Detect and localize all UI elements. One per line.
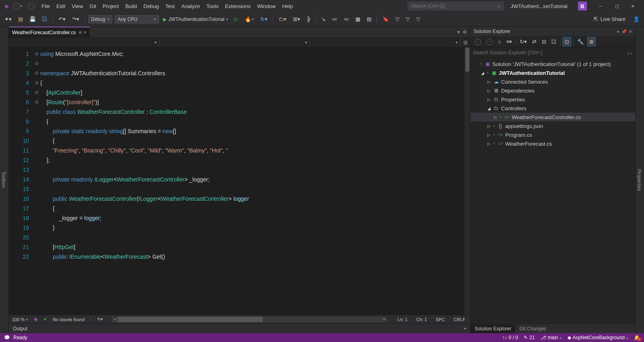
col-indicator[interactable]: Ch: 1 xyxy=(415,317,428,322)
forward-icon[interactable]: → xyxy=(485,37,494,46)
minimize-button[interactable]: ─ xyxy=(592,0,609,12)
menu-window[interactable]: Window xyxy=(254,2,279,11)
zoom-dropdown[interactable]: 100 %▾ xyxy=(12,317,28,322)
tab-overflow-icon[interactable]: ▾ xyxy=(457,29,460,35)
tree-item[interactable]: ▷+C#WeatherForecast.cs xyxy=(471,139,635,148)
tab-solution-explorer[interactable]: Solution Explorer xyxy=(471,324,515,333)
tool-button-1[interactable]: ╠ xyxy=(305,15,312,23)
platform-dropdown[interactable]: Any CPU▾ xyxy=(115,15,159,23)
menu-edit[interactable]: Edit xyxy=(53,2,68,11)
menu-file[interactable]: File xyxy=(38,2,53,11)
sync-status[interactable]: ↑↓0 / 0 xyxy=(502,335,518,340)
lightbulb-icon[interactable]: ✎▾ xyxy=(97,317,103,322)
solution-tree[interactable]: +▣Solution 'JWTAuthenticationTutorial' (… xyxy=(471,58,635,323)
close-button[interactable]: ✕ xyxy=(625,0,641,12)
menu-project[interactable]: Project xyxy=(99,2,122,11)
bookmark-button-1[interactable]: 🔖 xyxy=(380,15,391,23)
panel-pin-icon[interactable]: 📌 xyxy=(621,29,626,34)
redo-button[interactable]: ↷▾ xyxy=(70,15,81,23)
switch-view-icon[interactable]: ≡▾ xyxy=(505,37,514,46)
bookmark-button-3[interactable]: ▽ xyxy=(404,15,412,23)
live-share-button[interactable]: ⇱Live Share xyxy=(590,14,629,24)
output-panel-header[interactable]: Output ▾ xyxy=(9,323,470,333)
tree-item[interactable]: +▣Solution 'JWTAuthenticationTutorial' (… xyxy=(471,60,635,68)
file-tab[interactable]: WeatherForecastController.cs ⊕✕ xyxy=(9,27,90,38)
bookmark-button-4[interactable]: ▽ xyxy=(414,15,422,23)
track-active-icon[interactable]: ⊞ xyxy=(587,37,596,46)
menu-tools[interactable]: Tools xyxy=(203,2,222,11)
user-avatar[interactable]: B xyxy=(578,2,587,10)
menu-view[interactable]: View xyxy=(68,2,86,11)
refresh-button[interactable]: ↻▾ xyxy=(258,15,270,23)
save-all-button[interactable]: ⿻ xyxy=(40,15,50,23)
nav-back[interactable]: ←▾ xyxy=(11,2,25,10)
tree-item[interactable]: ▷+C#Program.cs xyxy=(471,130,635,139)
tool-button-4[interactable]: ≕ xyxy=(342,15,351,23)
solution-explorer-header[interactable]: Solution Explorer ▾ 📌 ✕ xyxy=(471,27,635,36)
tree-item[interactable]: ◢🗀Controllers xyxy=(471,104,635,113)
breadcrumb-class[interactable]: ▾ xyxy=(159,38,310,47)
config-dropdown[interactable]: Debug▾ xyxy=(88,15,112,23)
chat-icon[interactable]: 💬 xyxy=(4,335,10,340)
properties-side-tab[interactable]: Properties xyxy=(635,27,644,333)
repo-indicator[interactable]: ◆AspNetCoreBackground▴ xyxy=(568,335,628,340)
horizontal-scrollbar[interactable]: ◂▸ xyxy=(112,317,387,322)
solution-search-input[interactable] xyxy=(473,50,627,56)
menu-test[interactable]: Test xyxy=(162,2,178,11)
run-without-debug-button[interactable]: ▷ xyxy=(232,15,240,23)
tool-button-5[interactable]: ▦ xyxy=(353,15,362,23)
branch-indicator[interactable]: ⎇main▴ xyxy=(541,335,562,340)
code-editor[interactable]: 12345678910111213141516171819202122 ⊟⊟⊟⊟… xyxy=(9,47,470,315)
close-tab-icon[interactable]: ✕ xyxy=(83,30,87,35)
back-icon[interactable]: ← xyxy=(473,37,483,46)
breadcrumb-namespace[interactable]: ▾ xyxy=(9,38,159,47)
save-button[interactable]: 💾 xyxy=(27,15,38,23)
line-indicator[interactable]: Ln: 1 xyxy=(396,317,409,322)
new-item-button[interactable]: ✦▾ xyxy=(2,15,14,23)
menu-git[interactable]: Git xyxy=(86,2,99,11)
tree-item[interactable]: ▷🗀Properties xyxy=(471,95,635,104)
pending-changes[interactable]: ✎21 xyxy=(524,335,535,340)
panel-dropdown-icon[interactable]: ▾ xyxy=(617,29,619,34)
menu-debug[interactable]: Debug xyxy=(140,2,162,11)
menu-analyze[interactable]: Analyze xyxy=(178,2,203,11)
vertical-scrollbar[interactable] xyxy=(464,47,470,315)
nav-forward[interactable]: → xyxy=(26,2,37,10)
preview-icon[interactable]: ⊡ xyxy=(563,37,571,46)
error-indicator-icon[interactable]: ◉ xyxy=(34,317,38,322)
breadcrumb-member[interactable]: ▾ xyxy=(310,38,460,47)
window-button[interactable]: ⊞▾ xyxy=(291,15,302,23)
tool-button-6[interactable]: ▤ xyxy=(365,15,374,23)
tree-item[interactable]: ◢+▣JWTAuthenticationTutorial xyxy=(471,68,635,77)
collapse-icon[interactable]: ⊟ xyxy=(540,37,548,46)
tree-item[interactable]: ▷☁Connected Services xyxy=(471,77,635,86)
panel-close-icon[interactable]: ✕ xyxy=(629,29,632,34)
feedback-button[interactable]: 👤 xyxy=(631,15,642,23)
toolbox-side-tab[interactable]: Toolbox xyxy=(0,27,9,333)
pin-icon[interactable]: ⊕ xyxy=(78,30,82,35)
tree-item[interactable]: ▷⊞Dependencies xyxy=(471,86,635,95)
sync-icon[interactable]: ↻▾ xyxy=(518,37,528,46)
run-button[interactable]: ▶JWTAuthenticationTutorial▾ xyxy=(161,16,229,23)
maximize-button[interactable]: ▢ xyxy=(609,0,625,12)
global-search[interactable]: ⌕ xyxy=(407,2,504,10)
hot-reload-button[interactable]: 🔥▾ xyxy=(243,15,256,23)
show-all-icon[interactable]: ⿻ xyxy=(550,37,558,46)
menu-extensions[interactable]: Extensions xyxy=(222,2,254,11)
menu-build[interactable]: Build xyxy=(122,2,140,11)
properties-icon[interactable]: 🔧 xyxy=(576,37,585,46)
tree-item[interactable]: ▷+C#WeatherForecastController.cs xyxy=(471,113,635,122)
tree-item[interactable]: ▷+{}appsettings.json xyxy=(471,122,635,130)
tool-button-3[interactable]: ≔ xyxy=(330,15,339,23)
bookmark-button-2[interactable]: ▽ xyxy=(393,15,401,23)
eol-indicator[interactable]: CRLF xyxy=(452,317,467,322)
global-search-input[interactable] xyxy=(411,3,497,9)
split-editor-icon[interactable]: ⊞ xyxy=(460,38,470,47)
solution-explorer-search[interactable]: ⌕▾ xyxy=(471,47,635,58)
undo-button[interactable]: ↶▾ xyxy=(56,15,68,23)
browse-button[interactable]: 🗀▾ xyxy=(277,15,289,23)
tool-button-2[interactable]: ↘ xyxy=(319,15,328,23)
home-icon[interactable]: ⌂ xyxy=(496,37,503,46)
tab-git-changes[interactable]: Git Changes xyxy=(515,324,550,333)
issues-label[interactable]: No issues found xyxy=(53,317,85,322)
